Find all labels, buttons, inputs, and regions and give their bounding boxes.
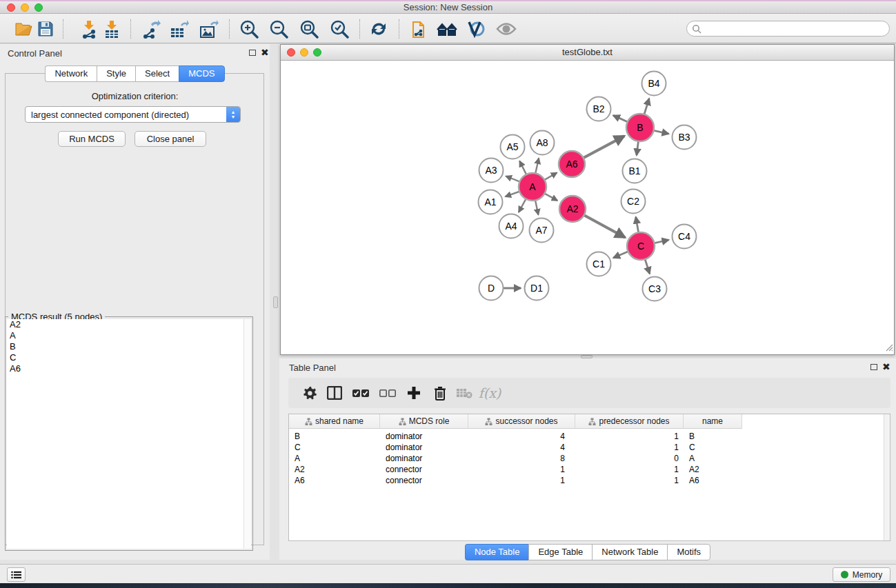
graph-node-a8[interactable]: A8 bbox=[530, 131, 555, 155]
graph-node-a1[interactable]: A1 bbox=[479, 190, 503, 214]
graph-node-b2[interactable]: B2 bbox=[587, 97, 611, 121]
table-cell[interactable]: A bbox=[295, 453, 370, 464]
graph-node-a5[interactable]: A5 bbox=[501, 135, 525, 159]
vertical-splitter-handle[interactable] bbox=[273, 296, 278, 308]
show-panels-list-button[interactable] bbox=[7, 567, 26, 582]
table-cell[interactable]: 4 bbox=[468, 442, 565, 453]
graph-node-a[interactable]: A bbox=[519, 173, 546, 201]
table-cell[interactable]: C bbox=[295, 442, 370, 453]
zoom-selected-icon[interactable] bbox=[328, 18, 350, 40]
graph-node-a2[interactable]: A2 bbox=[559, 196, 586, 222]
tab-edge-table[interactable]: Edge Table bbox=[528, 544, 592, 560]
table-cell[interactable]: A2 bbox=[689, 464, 737, 475]
tab-select[interactable]: Select bbox=[135, 65, 179, 82]
graph-node-b[interactable]: B bbox=[626, 114, 654, 141]
create-column-icon[interactable] bbox=[404, 383, 424, 403]
close-panel-button[interactable]: Close panel bbox=[135, 131, 206, 147]
graph-node-d[interactable]: D bbox=[479, 276, 504, 301]
table-cell[interactable]: 8 bbox=[468, 453, 565, 464]
run-mcds-button[interactable]: Run MCDS bbox=[58, 131, 126, 147]
select-all-columns-icon[interactable] bbox=[350, 383, 371, 403]
tab-motifs[interactable]: Motifs bbox=[667, 544, 710, 560]
unselect-all-columns-icon[interactable] bbox=[377, 383, 398, 403]
table-cell[interactable]: 1 bbox=[468, 464, 565, 475]
memory-button[interactable]: Memory bbox=[833, 567, 890, 582]
list-item[interactable]: C bbox=[7, 352, 245, 363]
table-cell[interactable]: C bbox=[689, 442, 737, 453]
new-network-from-selection-icon[interactable] bbox=[407, 18, 429, 40]
zoom-out-icon[interactable] bbox=[268, 18, 290, 40]
list-item[interactable]: A6 bbox=[7, 363, 245, 374]
graph-node-c3[interactable]: C3 bbox=[643, 277, 667, 301]
graph-node-d1[interactable]: D1 bbox=[525, 276, 549, 301]
network-window-titlebar[interactable]: testGlobe.txt bbox=[281, 45, 894, 61]
zoom-fit-icon[interactable] bbox=[298, 18, 320, 40]
graph-node-b1[interactable]: B1 bbox=[623, 159, 647, 183]
delete-columns-icon[interactable] bbox=[430, 383, 450, 403]
graph-node-a6[interactable]: A6 bbox=[559, 151, 585, 177]
table-cell[interactable]: B bbox=[295, 431, 370, 442]
show-all-icon[interactable] bbox=[495, 18, 517, 40]
window-resize-grip[interactable] bbox=[884, 342, 893, 354]
table-cell[interactable]: connector bbox=[386, 464, 461, 475]
table-cell[interactable]: 1 bbox=[575, 464, 679, 475]
node-table[interactable]: shared name MCDS role successor nodes pr… bbox=[288, 414, 890, 541]
column-header-shared-name[interactable]: shared name bbox=[289, 414, 380, 429]
search-input[interactable] bbox=[701, 24, 874, 34]
table-scrollbar[interactable] bbox=[884, 414, 890, 540]
table-cell[interactable]: 1 bbox=[575, 442, 679, 453]
close-window-button[interactable] bbox=[7, 3, 15, 12]
table-cell[interactable]: 4 bbox=[468, 431, 565, 442]
table-cell[interactable]: dominator bbox=[386, 431, 461, 442]
float-table-panel-icon[interactable] bbox=[870, 364, 877, 370]
hide-selection-icon[interactable] bbox=[465, 18, 487, 40]
table-cell[interactable]: 0 bbox=[575, 453, 679, 464]
column-header-predecessor-nodes[interactable]: predecessor nodes bbox=[575, 414, 684, 429]
graph-node-c1[interactable]: C1 bbox=[587, 252, 611, 276]
tab-network[interactable]: Network bbox=[45, 65, 97, 82]
column-header-successor-nodes[interactable]: successor nodes bbox=[468, 414, 575, 429]
zoom-in-icon[interactable] bbox=[238, 18, 260, 40]
table-cell[interactable]: 1 bbox=[575, 475, 679, 486]
tab-node-table[interactable]: Node Table bbox=[465, 544, 529, 560]
tab-network-table[interactable]: Network Table bbox=[592, 544, 667, 560]
import-network-icon[interactable] bbox=[78, 18, 100, 40]
float-panel-icon[interactable] bbox=[249, 50, 256, 56]
graph-node-a3[interactable]: A3 bbox=[479, 159, 504, 183]
table-cell[interactable]: 1 bbox=[468, 475, 565, 486]
graph-node-a4[interactable]: A4 bbox=[499, 214, 524, 239]
list-item[interactable]: A2 bbox=[7, 319, 245, 330]
column-header-name[interactable]: name bbox=[684, 414, 742, 429]
table-cell[interactable]: A6 bbox=[689, 475, 737, 486]
graph-node-b3[interactable]: B3 bbox=[673, 125, 697, 150]
minimize-network-button[interactable] bbox=[300, 48, 308, 57]
zoom-window-button[interactable] bbox=[34, 3, 43, 12]
save-session-icon[interactable] bbox=[34, 18, 57, 40]
graph-node-a7[interactable]: A7 bbox=[530, 219, 554, 243]
close-network-button[interactable] bbox=[287, 48, 295, 57]
export-table-icon[interactable] bbox=[168, 18, 190, 40]
list-item[interactable]: B bbox=[7, 341, 245, 352]
graph-node-b4[interactable]: B4 bbox=[642, 72, 666, 96]
table-cell[interactable]: dominator bbox=[386, 453, 461, 464]
table-cell[interactable]: A6 bbox=[295, 475, 370, 486]
table-cell[interactable]: A bbox=[689, 453, 737, 464]
first-neighbors-icon[interactable] bbox=[436, 18, 458, 40]
export-image-icon[interactable] bbox=[198, 18, 220, 40]
table-cell[interactable]: 1 bbox=[575, 431, 679, 442]
graph-node-c2[interactable]: C2 bbox=[621, 190, 646, 214]
graph-node-c4[interactable]: C4 bbox=[673, 225, 697, 249]
list-item[interactable]: A bbox=[7, 330, 245, 341]
close-panel-icon[interactable]: ✖ bbox=[261, 47, 269, 58]
mcds-result-list[interactable]: A2 A B C A6 bbox=[7, 319, 245, 549]
tab-style[interactable]: Style bbox=[97, 65, 135, 82]
apply-layout-icon[interactable] bbox=[368, 18, 390, 40]
table-options-gear-icon[interactable] bbox=[299, 383, 320, 403]
column-header-mcds-role[interactable]: MCDS role bbox=[380, 414, 468, 429]
minimize-window-button[interactable] bbox=[21, 3, 29, 12]
table-cell[interactable]: A2 bbox=[295, 464, 370, 475]
import-table-icon[interactable] bbox=[101, 18, 123, 40]
table-cell[interactable]: dominator bbox=[386, 442, 461, 453]
tab-mcds[interactable]: MCDS bbox=[179, 65, 224, 82]
table-cell[interactable]: connector bbox=[386, 475, 461, 486]
